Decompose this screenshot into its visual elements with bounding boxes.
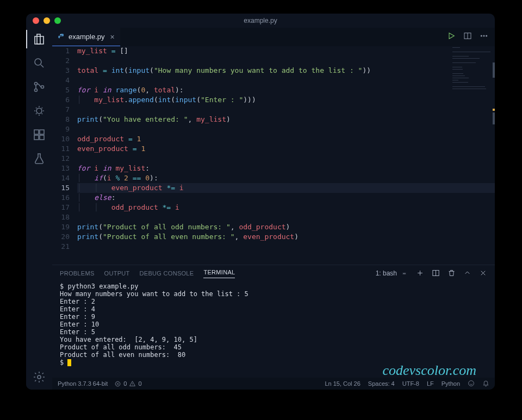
editor-window: example.py example.py × <box>26 14 495 390</box>
extensions-icon[interactable] <box>32 128 46 142</box>
debug-icon[interactable] <box>32 104 46 118</box>
activity-bar <box>26 28 52 390</box>
status-indent[interactable]: Spaces: 4 <box>368 380 395 387</box>
svg-point-12 <box>481 35 482 36</box>
maximize-panel-icon[interactable] <box>463 269 471 278</box>
svg-point-1 <box>35 83 38 85</box>
flask-icon[interactable] <box>32 152 46 166</box>
python-file-icon <box>58 33 65 41</box>
svg-point-10 <box>60 34 61 35</box>
split-terminal-icon[interactable] <box>432 269 440 278</box>
svg-point-0 <box>35 59 41 65</box>
svg-rect-7 <box>34 135 39 140</box>
svg-point-13 <box>483 35 484 36</box>
window-title: example.py <box>26 17 495 24</box>
line-gutter: 123456789101112131415161718192021 <box>52 46 77 265</box>
notifications-icon[interactable] <box>482 380 489 388</box>
tab-close-icon[interactable]: × <box>110 33 114 41</box>
panel-tab-output[interactable]: OUTPUT <box>104 270 130 277</box>
settings-gear-icon[interactable] <box>32 370 46 384</box>
svg-rect-5 <box>34 130 39 134</box>
tab-example-py[interactable]: example.py × <box>52 28 120 46</box>
status-bar: Python 3.7.3 64-bit 0 0 Ln 15, Col 26 Sp… <box>52 378 495 390</box>
new-terminal-icon[interactable] <box>416 269 424 278</box>
svg-point-2 <box>35 89 38 92</box>
status-cursor-pos[interactable]: Ln 15, Col 26 <box>325 380 360 387</box>
svg-point-14 <box>486 35 487 36</box>
explorer-icon[interactable] <box>32 32 46 46</box>
search-icon[interactable] <box>32 56 46 70</box>
status-encoding[interactable]: UTF-8 <box>402 380 419 387</box>
tab-bar: example.py × <box>52 28 495 46</box>
source-control-icon[interactable] <box>32 80 46 94</box>
status-problems[interactable]: 0 0 <box>114 380 141 387</box>
panel-tab-debug-console[interactable]: DEBUG CONSOLE <box>140 270 194 277</box>
code-area[interactable]: my_list = []total = int(input("How many … <box>77 46 495 265</box>
svg-rect-6 <box>40 130 44 134</box>
svg-point-17 <box>469 380 474 386</box>
panel-tab-problems[interactable]: PROBLEMS <box>60 270 95 277</box>
feedback-icon[interactable] <box>468 380 475 388</box>
svg-point-4 <box>36 108 42 114</box>
svg-rect-8 <box>40 135 44 140</box>
watermark: codevscolor.com <box>382 362 476 379</box>
bottom-panel: PROBLEMS OUTPUT DEBUG CONSOLE TERMINAL 1… <box>52 265 495 378</box>
titlebar: example.py <box>26 14 495 28</box>
status-language[interactable]: Python <box>442 380 460 387</box>
kill-terminal-icon[interactable] <box>448 269 456 278</box>
tab-filename: example.py <box>69 33 104 41</box>
more-actions-icon[interactable] <box>480 32 488 42</box>
close-panel-icon[interactable] <box>479 269 487 278</box>
svg-point-9 <box>38 375 41 379</box>
run-icon[interactable] <box>447 32 456 42</box>
svg-point-3 <box>41 86 44 89</box>
status-eol[interactable]: LF <box>427 380 434 387</box>
panel-tabs: PROBLEMS OUTPUT DEBUG CONSOLE TERMINAL 1… <box>52 265 495 281</box>
code-editor[interactable]: 123456789101112131415161718192021 my_lis… <box>52 46 495 265</box>
terminal-shell-select[interactable]: 1: bash <box>376 269 408 278</box>
split-editor-icon[interactable] <box>463 32 472 42</box>
overview-ruler <box>493 46 495 265</box>
status-interpreter[interactable]: Python 3.7.3 64-bit <box>58 380 108 387</box>
panel-tab-terminal[interactable]: TERMINAL <box>203 269 235 278</box>
